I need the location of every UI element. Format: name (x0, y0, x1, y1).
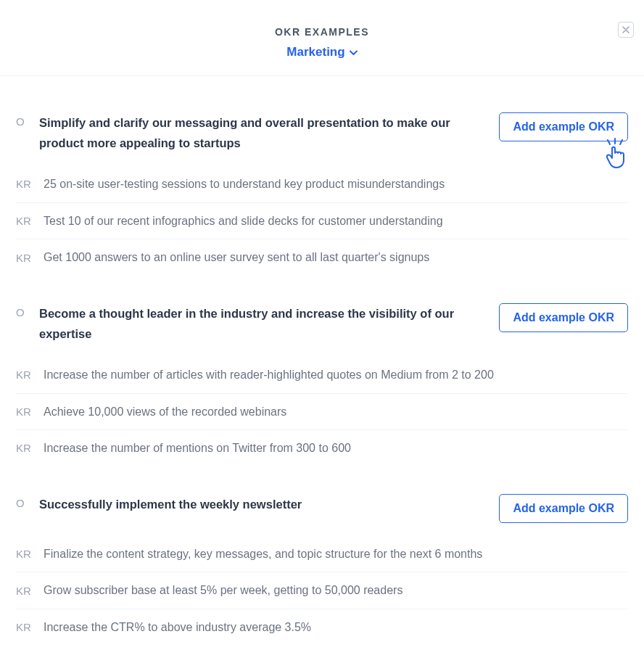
close-button[interactable] (618, 22, 634, 38)
key-result-row: KRIncrease the number of articles with r… (16, 357, 628, 394)
key-result-text: Achieve 10,000 views of the recorded web… (44, 403, 628, 421)
key-result-text: Get 1000 answers to an online user surve… (44, 248, 628, 267)
key-result-marker: KR (16, 178, 33, 190)
dropdown-label: Marketing (286, 45, 344, 59)
objective-marker: O (16, 303, 29, 318)
key-result-row: KRGet 1000 answers to an online user sur… (16, 239, 628, 276)
objective-row: OBecome a thought leader in the industry… (16, 303, 628, 344)
chevron-down-icon (350, 45, 358, 59)
key-result-text: Increase the number of articles with rea… (44, 366, 628, 384)
key-result-marker: KR (16, 405, 33, 418)
add-example-okr-button[interactable]: Add example OKR (499, 112, 628, 141)
objective-marker: O (16, 494, 29, 509)
key-result-row: KRIncrease the number of mentions on Twi… (16, 430, 628, 466)
key-result-row: KRTest 10 of our recent infographics and… (16, 203, 628, 240)
okr-list: OSimplify and clarify our messaging and … (0, 76, 644, 663)
header: OKR EXAMPLES Marketing (0, 0, 644, 76)
key-result-row: KRIncrease the CTR% to above industry av… (16, 609, 628, 646)
key-result-marker: KR (16, 442, 33, 454)
key-result-text: Finalize the content strategy, key messa… (44, 545, 628, 564)
add-button-wrap: Add example OKR (499, 303, 628, 332)
add-button-wrap: Add example OKR (499, 112, 628, 141)
objective-row: OSuccessfully implement the weekly newsl… (16, 494, 628, 523)
add-example-okr-button[interactable]: Add example OKR (499, 494, 628, 523)
close-icon (622, 23, 629, 36)
okr-block: OBecome a thought leader in the industry… (16, 303, 628, 466)
key-result-marker: KR (16, 252, 33, 264)
key-result-text: Increase the CTR% to above industry aver… (44, 618, 628, 637)
okr-block: OSuccessfully implement the weekly newsl… (16, 494, 628, 646)
key-result-row: KR25 on-site user-testing sessions to un… (16, 166, 628, 203)
objective-text: Successfully implement the weekly newsle… (39, 494, 489, 514)
key-result-marker: KR (16, 215, 33, 227)
add-button-wrap: Add example OKR (499, 494, 628, 523)
page-title: OKR EXAMPLES (0, 26, 644, 38)
category-dropdown[interactable]: Marketing (286, 45, 357, 59)
key-result-marker: KR (16, 585, 33, 597)
key-result-text: Increase the number of mentions on Twitt… (44, 439, 628, 458)
key-result-marker: KR (16, 368, 33, 381)
key-result-row: KRAchieve 10,000 views of the recorded w… (16, 394, 628, 431)
objective-text: Simplify and clarify our messaging and o… (39, 112, 489, 153)
key-result-text: Grow subscriber base at least 5% per wee… (44, 581, 628, 600)
key-result-text: 25 on-site user-testing sessions to unde… (44, 175, 628, 194)
key-result-row: KRGrow subscriber base at least 5% per w… (16, 572, 628, 609)
key-result-marker: KR (16, 548, 33, 560)
objective-marker: O (16, 112, 29, 128)
objective-text: Become a thought leader in the industry … (39, 303, 489, 344)
key-result-text: Test 10 of our recent infographics and s… (44, 212, 628, 231)
key-result-row: KRFinalize the content strategy, key mes… (16, 536, 628, 573)
add-example-okr-button[interactable]: Add example OKR (499, 303, 628, 332)
objective-row: OSimplify and clarify our messaging and … (16, 112, 628, 153)
okr-block: OSimplify and clarify our messaging and … (16, 112, 628, 276)
key-result-marker: KR (16, 621, 33, 633)
